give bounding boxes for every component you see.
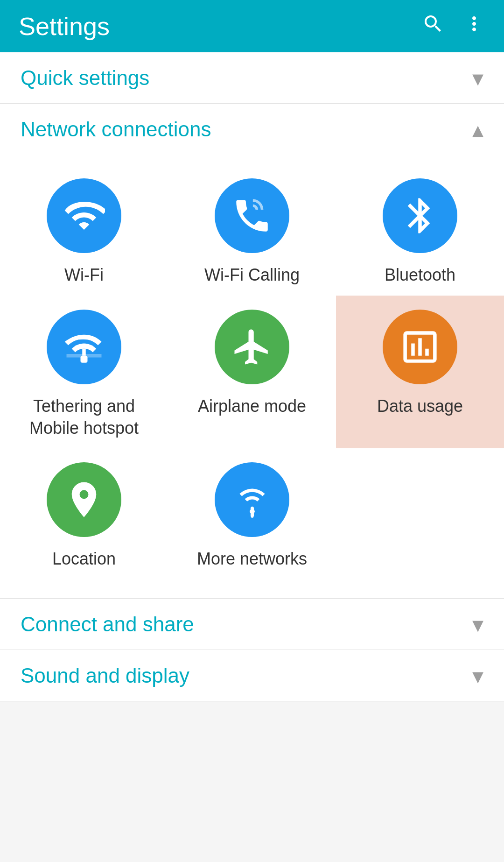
wifi-calling-item[interactable]: Wi-Fi Calling [168,164,336,296]
network-connections-header[interactable]: Network connections ▴ [0,104,504,155]
sound-and-display-chevron: ▾ [472,663,483,689]
page-title: Settings [19,12,422,41]
network-connections-chevron: ▴ [472,116,483,142]
wifi-calling-label: Wi-Fi Calling [204,264,300,286]
quick-settings-chevron: ▾ [472,65,483,91]
tethering-label: Tethering andMobile hotspot [29,396,139,439]
location-icon-circle [47,462,121,537]
network-connections-section: Network connections ▴ Wi-Fi Wi-Fi Calli [0,104,504,599]
bluetooth-label: Bluetooth [385,264,455,286]
quick-settings-row[interactable]: Quick settings ▾ [0,52,504,104]
sound-and-display-row[interactable]: Sound and display ▾ [0,650,504,701]
data-usage-icon-circle [383,310,457,384]
wifi-label: Wi-Fi [64,264,104,286]
sound-and-display-label: Sound and display [21,664,472,687]
airplane-mode-item[interactable]: Airplane mode [168,296,336,449]
more-networks-item[interactable]: More networks [168,448,336,579]
more-options-icon[interactable] [463,13,485,40]
bluetooth-item[interactable]: Bluetooth [336,164,504,296]
more-networks-icon-circle [215,462,289,537]
wifi-calling-icon-circle [215,178,289,253]
app-header: Settings [0,0,504,52]
airplane-mode-label: Airplane mode [198,396,306,417]
bluetooth-icon-circle [383,178,457,253]
location-item[interactable]: Location [0,448,168,579]
wifi-item[interactable]: Wi-Fi [0,164,168,296]
svg-rect-0 [81,356,88,363]
tethering-item[interactable]: Tethering andMobile hotspot [0,296,168,449]
more-networks-label: More networks [197,548,307,570]
network-connections-label: Network connections [21,118,472,141]
header-actions [422,13,485,40]
svg-point-2 [251,515,253,518]
connect-and-share-row[interactable]: Connect and share ▾ [0,599,504,650]
search-icon[interactable] [422,13,444,40]
quick-settings-label: Quick settings [21,66,472,90]
airplane-icon-circle [215,310,289,384]
data-usage-label: Data usage [377,396,463,417]
network-icons-grid: Wi-Fi Wi-Fi Calling Bluetooth [0,155,504,598]
connect-and-share-label: Connect and share [21,613,472,636]
data-usage-item[interactable]: Data usage [336,296,504,449]
location-label: Location [52,548,116,570]
tethering-icon-circle [47,310,121,384]
connect-and-share-chevron: ▾ [472,611,483,637]
wifi-icon-circle [47,178,121,253]
